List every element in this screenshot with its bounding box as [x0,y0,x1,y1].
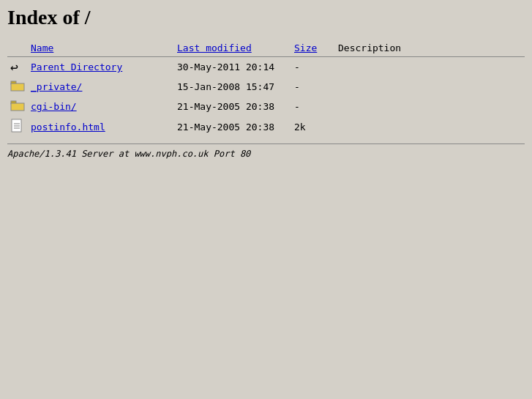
name-sort-link[interactable]: Name [31,42,53,53]
entry-name: cgi-bin/ [28,97,174,116]
entry-name: postinfo.html [28,116,174,138]
entry-link[interactable]: Parent Directory [31,61,122,72]
icon-header [7,41,28,57]
entry-description [335,116,525,138]
column-modified-header: Last modified [174,41,291,57]
table-row: postinfo.html21-May-2005 20:382k [7,116,525,138]
entry-link[interactable]: cgi-bin/ [31,101,77,112]
entry-description [335,97,525,116]
entry-icon: ↩ [7,57,28,78]
svg-rect-1 [11,83,24,91]
entry-name: Parent Directory [28,57,174,78]
entry-size: - [291,77,335,97]
entry-modified: 15-Jan-2008 15:47 [174,77,291,97]
table-row: _private/15-Jan-2008 15:47- [7,77,525,97]
parent-dir-icon: ↩ [10,59,18,75]
entry-description [335,77,525,97]
entry-link[interactable]: postinfo.html [31,122,105,133]
column-size-header: Size [291,41,335,57]
size-sort-link[interactable]: Size [294,42,317,53]
svg-rect-3 [11,103,24,111]
entry-size: 2k [291,116,335,138]
entry-icon [7,116,28,138]
footer-divider [7,143,525,144]
column-description-header: Description [335,41,525,57]
entry-modified: 30-May-2011 20:14 [174,57,291,78]
document-icon [10,119,23,133]
table-header-row: Name Last modified Size Description [7,41,525,57]
entry-icon [7,97,28,116]
table-row: cgi-bin/21-May-2005 20:38- [7,97,525,116]
folder-icon [10,99,25,112]
entry-link[interactable]: _private/ [31,81,82,92]
modified-sort-link[interactable]: Last modified [177,42,252,53]
entry-name: _private/ [28,77,174,97]
directory-listing: Name Last modified Size Description ↩Par… [7,41,525,138]
column-name-header: Name [28,41,174,57]
entry-modified: 21-May-2005 20:38 [174,97,291,116]
entry-icon [7,77,28,97]
footer-text: Apache/1.3.41 Server at www.nvph.co.uk P… [7,149,525,159]
folder-icon [10,79,25,92]
page-title: Index of / [7,6,525,29]
entry-size: - [291,97,335,116]
entry-modified: 21-May-2005 20:38 [174,116,291,138]
entry-description [335,57,525,78]
entry-size: - [291,57,335,78]
table-row: ↩Parent Directory30-May-2011 20:14- [7,57,525,78]
